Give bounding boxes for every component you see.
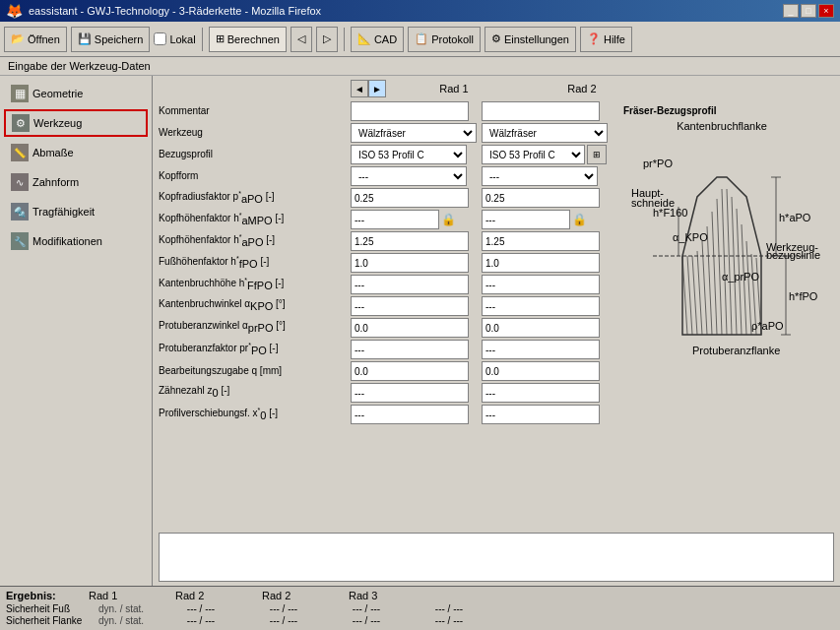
cad-button[interactable]: 📐 CAD — [351, 27, 404, 52]
svg-line-12 — [722, 189, 727, 335]
protuberanzwinkel-col1-input[interactable] — [351, 318, 469, 338]
svg-line-10 — [712, 212, 717, 335]
profilverschiebungsf-col2-input[interactable] — [482, 405, 600, 424]
sicherheit-flanke-col2: --- / --- — [244, 615, 323, 626]
kantenbruchhohe-col2-input[interactable] — [482, 275, 600, 294]
kantenbruchhohe-col1-input[interactable] — [351, 275, 469, 294]
svg-text:pr*PO: pr*PO — [643, 158, 673, 169]
kopfhohenfaktor-col1-input[interactable] — [351, 231, 469, 251]
modifikationen-icon: 🔧 — [11, 232, 29, 250]
diagram-title: Fräser-Bezugsprofil — [623, 105, 830, 116]
sidebar-item-zahnform[interactable]: ∿ Zahnform — [4, 168, 148, 196]
geometrie-label: Geometrie — [32, 88, 83, 99]
minimize-btn[interactable]: _ — [783, 4, 799, 18]
kopfhohenfaktor-col2-input[interactable] — [482, 231, 600, 251]
protuberanzwinkel-col2-input[interactable] — [482, 318, 600, 338]
sidebar-item-abmasse[interactable]: 📏 Abmaße — [4, 139, 148, 166]
redo-icon: ▷ — [323, 32, 331, 45]
title-bar: 🦊 eassistant - GWJ-Technology - 3-Räderk… — [0, 0, 840, 22]
profilverschiebungsf-col1-input[interactable] — [351, 405, 469, 424]
kantenbruchwinkel-col2-input[interactable] — [482, 296, 600, 316]
kopfform-col1-select[interactable]: --- — [351, 166, 467, 186]
results-area: Ergebnis: Rad 1 Rad 2 Rad 2 Rad 3 Sicher… — [0, 586, 840, 630]
bearbeitungszugabe-label: Bearbeitungszugabe q [mm] — [159, 365, 351, 377]
werkzeug-col1-select[interactable]: Wälzfräser Profilscheibe — [351, 123, 477, 143]
sicherheit-fuss-label: Sicherheit Fuß — [6, 603, 95, 614]
prev-column-button[interactable]: ◄ — [351, 80, 368, 97]
protuberanzfaktor-col2-input[interactable] — [482, 340, 600, 359]
undo-icon: ◁ — [297, 32, 305, 45]
settings-button[interactable]: ⚙ Einstellungen — [485, 27, 576, 52]
protocol-icon: 📋 — [415, 32, 428, 45]
ergebnis-label: Ergebnis: — [6, 590, 56, 601]
undo-button[interactable]: ◁ — [291, 27, 312, 52]
zahnezahl-col1-input[interactable] — [351, 383, 469, 403]
window-controls: _ □ × — [783, 4, 834, 18]
bezugsprofil-col2-select[interactable]: ISO 53 Profil C ISO 53 Profil A — [482, 145, 585, 164]
section-header: Eingabe der Werkzeug-Daten — [0, 57, 840, 76]
kopfradiusfaktor-col1-input[interactable] — [351, 188, 469, 208]
svg-line-7 — [697, 251, 702, 335]
save-button[interactable]: 💾 Speichern — [71, 27, 151, 52]
next-column-button[interactable]: ► — [368, 80, 386, 97]
svg-line-11 — [717, 199, 722, 335]
sidebar-item-modifikationen[interactable]: 🔧 Modifikationen — [4, 227, 148, 255]
maximize-btn[interactable]: □ — [801, 4, 816, 18]
kopfradiusfaktor-col2-input[interactable] — [482, 188, 600, 208]
protuberanzfaktor-label: Protuberanzfaktor pr*PO [-] — [159, 342, 351, 358]
protuberanzfaktor-col1-input[interactable] — [351, 340, 469, 359]
sicherheit-flanke-col4: --- / --- — [410, 615, 488, 626]
sep2 — [344, 28, 345, 51]
result-row-fuss: Sicherheit Fuß dyn. / stat. --- / --- --… — [6, 603, 834, 614]
kommentar-col1-input[interactable] — [351, 101, 469, 121]
kopfhohenfaktor-a-col1-input[interactable] — [351, 210, 439, 229]
svg-text:Kantenbruchflanke: Kantenbruchflanke — [677, 120, 767, 132]
kommentar-label: Kommentar — [159, 105, 351, 117]
help-icon: ❓ — [587, 32, 601, 45]
kantenbruchwinkel-col1-input[interactable] — [351, 296, 469, 316]
svg-text:α_KPO: α_KPO — [673, 231, 708, 243]
sicherheit-fuss-col1: --- / --- — [162, 603, 240, 614]
calculate-button[interactable]: ⊞ Berechnen — [209, 27, 287, 52]
sidebar-item-werkzeug[interactable]: ⚙ Werkzeug — [4, 109, 148, 137]
svg-text:h*aPO: h*aPO — [779, 212, 811, 223]
column-nav: ◄ ► Rad 1 Rad 2 — [159, 80, 834, 97]
bearbeitungszugabe-col2-input[interactable] — [482, 361, 600, 381]
lokal-checkbox-label[interactable]: Lokal — [154, 32, 195, 45]
lokal-checkbox[interactable] — [154, 32, 166, 45]
zahnezahl-col2-input[interactable] — [482, 383, 600, 403]
lock-col1-icon: 🔒 — [441, 213, 456, 226]
bearbeitungszugabe-col1-input[interactable] — [351, 361, 469, 381]
close-btn[interactable]: × — [818, 4, 834, 18]
protuberanzwinkel-label: Protuberanzwinkel αprPO [°] — [159, 320, 351, 335]
modifikationen-label: Modifikationen — [32, 235, 102, 247]
sidebar-item-tragfahigkeit[interactable]: 🔩 Tragfähigkeit — [4, 198, 148, 225]
kantenbruchwinkel-label: Kantenbruchwinkel αKPO [°] — [159, 298, 351, 313]
fusshohenfaktor-col1-input[interactable] — [351, 253, 469, 273]
help-button[interactable]: ❓ Hilfe — [580, 27, 632, 52]
kopfhohenfaktor-a-col2-input[interactable] — [482, 210, 570, 229]
result-col1-header: Rad 1 — [64, 590, 143, 601]
fusshohenfaktor-label: Fußhöhenfaktor h*fPO [-] — [159, 255, 351, 272]
redo-button[interactable]: ▷ — [316, 27, 338, 52]
result-col3-header: Rad 2 — [237, 590, 316, 601]
svg-line-8 — [702, 241, 707, 335]
abmasse-icon: 📏 — [11, 144, 29, 161]
svg-text:h*fPO: h*fPO — [789, 290, 818, 302]
werkzeug-col2-select[interactable]: Wälzfräser Profilscheibe — [482, 123, 608, 143]
kopfform-col2-select[interactable]: --- — [482, 166, 598, 186]
text-output-area — [159, 533, 834, 582]
bezugsprofil-col1-select[interactable]: ISO 53 Profil C ISO 53 Profil A — [351, 145, 467, 164]
werkzeug-icon: ⚙ — [12, 114, 30, 132]
svg-line-14 — [732, 197, 737, 335]
kopfhohenfaktor-label: Kopfhöhenfaktor h*aPO [-] — [159, 233, 351, 250]
sidebar-item-geometrie[interactable]: ▦ Geometrie — [4, 80, 148, 107]
sicherheit-flanke-label: Sicherheit Flanke — [6, 615, 95, 626]
open-icon: 📂 — [11, 32, 25, 45]
kommentar-col2-input[interactable] — [482, 101, 600, 121]
bezugsprofil-calc-btn[interactable]: ⊞ — [587, 145, 607, 164]
open-button[interactable]: 📂 Öffnen — [4, 27, 67, 52]
svg-text:bezugslinie: bezugslinie — [766, 249, 820, 261]
protocol-button[interactable]: 📋 Protokoll — [408, 27, 481, 52]
fusshohenfaktor-col2-input[interactable] — [482, 253, 600, 273]
